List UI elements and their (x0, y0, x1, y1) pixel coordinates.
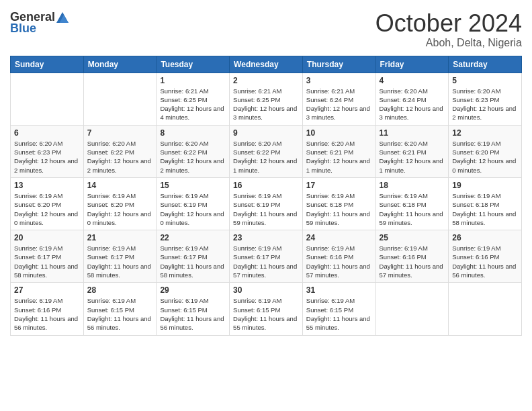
day-number: 12 (452, 128, 518, 138)
day-info: Sunrise: 6:19 AM Sunset: 6:20 PM Dayligh… (452, 139, 518, 175)
calendar-cell: 17Sunrise: 6:19 AM Sunset: 6:18 PM Dayli… (302, 177, 375, 230)
calendar-cell: 3Sunrise: 6:21 AM Sunset: 6:24 PM Daylig… (302, 73, 375, 125)
calendar-cell: 23Sunrise: 6:19 AM Sunset: 6:17 PM Dayli… (230, 230, 303, 283)
calendar-cell: 30Sunrise: 6:19 AM Sunset: 6:15 PM Dayli… (230, 283, 303, 335)
calendar-cell (11, 73, 84, 125)
day-number: 22 (160, 233, 226, 242)
day-number: 29 (160, 285, 226, 295)
calendar-cell: 10Sunrise: 6:20 AM Sunset: 6:21 PM Dayli… (302, 125, 375, 177)
calendar-cell: 26Sunrise: 6:19 AM Sunset: 6:16 PM Dayli… (449, 230, 522, 283)
weekday-header: Wednesday (230, 56, 303, 73)
day-info: Sunrise: 6:19 AM Sunset: 6:15 PM Dayligh… (87, 296, 153, 332)
calendar-cell: 11Sunrise: 6:20 AM Sunset: 6:21 PM Dayli… (375, 125, 449, 177)
day-info: Sunrise: 6:21 AM Sunset: 6:24 PM Dayligh… (306, 87, 372, 122)
day-info: Sunrise: 6:20 AM Sunset: 6:24 PM Dayligh… (380, 87, 445, 122)
day-info: Sunrise: 6:20 AM Sunset: 6:22 PM Dayligh… (233, 139, 299, 175)
day-number: 20 (14, 233, 80, 242)
day-number: 24 (306, 233, 372, 242)
day-number: 25 (380, 233, 445, 242)
calendar-cell: 5Sunrise: 6:20 AM Sunset: 6:23 PM Daylig… (449, 73, 522, 125)
day-number: 19 (452, 181, 518, 190)
weekday-header: Thursday (302, 56, 375, 73)
calendar-cell: 28Sunrise: 6:19 AM Sunset: 6:15 PM Dayli… (83, 283, 157, 335)
calendar-week-row: 13Sunrise: 6:19 AM Sunset: 6:20 PM Dayli… (11, 177, 522, 230)
calendar-cell: 18Sunrise: 6:19 AM Sunset: 6:18 PM Dayli… (375, 177, 449, 230)
calendar-header-row: SundayMondayTuesdayWednesdayThursdayFrid… (11, 56, 522, 73)
day-number: 27 (14, 285, 80, 295)
calendar-week-row: 1Sunrise: 6:21 AM Sunset: 6:25 PM Daylig… (11, 73, 522, 125)
day-info: Sunrise: 6:19 AM Sunset: 6:17 PM Dayligh… (14, 244, 80, 279)
day-number: 7 (87, 128, 153, 138)
day-number: 5 (452, 76, 518, 85)
day-info: Sunrise: 6:19 AM Sunset: 6:20 PM Dayligh… (87, 191, 153, 227)
calendar-cell: 6Sunrise: 6:20 AM Sunset: 6:23 PM Daylig… (11, 125, 84, 177)
day-number: 21 (87, 233, 153, 242)
calendar-cell: 1Sunrise: 6:21 AM Sunset: 6:25 PM Daylig… (157, 73, 230, 125)
day-info: Sunrise: 6:19 AM Sunset: 6:18 PM Dayligh… (452, 191, 518, 227)
day-number: 6 (14, 128, 80, 138)
day-number: 18 (380, 181, 445, 190)
day-info: Sunrise: 6:21 AM Sunset: 6:25 PM Dayligh… (233, 87, 299, 122)
day-info: Sunrise: 6:19 AM Sunset: 6:15 PM Dayligh… (233, 296, 299, 332)
calendar-cell: 15Sunrise: 6:19 AM Sunset: 6:19 PM Dayli… (157, 177, 230, 230)
header: General Blue October 2024 Aboh, Delta, N… (10, 10, 522, 49)
day-info: Sunrise: 6:19 AM Sunset: 6:16 PM Dayligh… (452, 244, 518, 279)
calendar-cell: 12Sunrise: 6:19 AM Sunset: 6:20 PM Dayli… (449, 125, 522, 177)
calendar-table: SundayMondayTuesdayWednesdayThursdayFrid… (10, 56, 522, 336)
day-number: 3 (306, 76, 372, 85)
calendar-cell: 2Sunrise: 6:21 AM Sunset: 6:25 PM Daylig… (230, 73, 303, 125)
day-info: Sunrise: 6:20 AM Sunset: 6:22 PM Dayligh… (87, 139, 153, 175)
day-info: Sunrise: 6:21 AM Sunset: 6:25 PM Dayligh… (160, 87, 226, 122)
weekday-header: Saturday (449, 56, 522, 73)
title-month: October 2024 (375, 10, 522, 37)
day-info: Sunrise: 6:19 AM Sunset: 6:16 PM Dayligh… (380, 244, 445, 279)
day-info: Sunrise: 6:19 AM Sunset: 6:15 PM Dayligh… (306, 296, 372, 332)
calendar-cell: 8Sunrise: 6:20 AM Sunset: 6:22 PM Daylig… (157, 125, 230, 177)
day-number: 8 (160, 128, 226, 138)
day-info: Sunrise: 6:20 AM Sunset: 6:23 PM Dayligh… (14, 139, 80, 175)
day-info: Sunrise: 6:19 AM Sunset: 6:17 PM Dayligh… (87, 244, 153, 279)
calendar-cell (449, 283, 522, 335)
day-number: 15 (160, 181, 226, 190)
page: General Blue October 2024 Aboh, Delta, N… (0, 0, 532, 411)
day-number: 2 (233, 76, 299, 85)
calendar-cell: 24Sunrise: 6:19 AM Sunset: 6:16 PM Dayli… (302, 230, 375, 283)
calendar-cell: 9Sunrise: 6:20 AM Sunset: 6:22 PM Daylig… (230, 125, 303, 177)
logo-icon (56, 11, 69, 24)
day-number: 9 (233, 128, 299, 138)
day-info: Sunrise: 6:19 AM Sunset: 6:17 PM Dayligh… (233, 244, 299, 279)
day-number: 10 (306, 128, 372, 138)
day-number: 1 (160, 76, 226, 85)
day-info: Sunrise: 6:20 AM Sunset: 6:21 PM Dayligh… (306, 139, 372, 175)
calendar-cell: 20Sunrise: 6:19 AM Sunset: 6:17 PM Dayli… (11, 230, 84, 283)
day-number: 26 (452, 233, 518, 242)
calendar-cell: 16Sunrise: 6:19 AM Sunset: 6:19 PM Dayli… (230, 177, 303, 230)
logo-blue: Blue (10, 21, 36, 36)
calendar-cell (375, 283, 449, 335)
calendar-cell: 14Sunrise: 6:19 AM Sunset: 6:20 PM Dayli… (83, 177, 157, 230)
day-number: 28 (87, 285, 153, 295)
calendar-week-row: 20Sunrise: 6:19 AM Sunset: 6:17 PM Dayli… (11, 230, 522, 283)
day-info: Sunrise: 6:19 AM Sunset: 6:16 PM Dayligh… (14, 296, 80, 332)
day-info: Sunrise: 6:20 AM Sunset: 6:21 PM Dayligh… (380, 139, 445, 175)
day-number: 4 (380, 76, 445, 85)
calendar-week-row: 27Sunrise: 6:19 AM Sunset: 6:16 PM Dayli… (11, 283, 522, 335)
day-number: 13 (14, 181, 80, 190)
day-number: 23 (233, 233, 299, 242)
day-info: Sunrise: 6:19 AM Sunset: 6:15 PM Dayligh… (160, 296, 226, 332)
day-number: 31 (306, 285, 372, 295)
day-info: Sunrise: 6:19 AM Sunset: 6:18 PM Dayligh… (306, 191, 372, 227)
day-info: Sunrise: 6:19 AM Sunset: 6:19 PM Dayligh… (160, 191, 226, 227)
calendar-cell: 22Sunrise: 6:19 AM Sunset: 6:17 PM Dayli… (157, 230, 230, 283)
day-info: Sunrise: 6:19 AM Sunset: 6:19 PM Dayligh… (233, 191, 299, 227)
day-info: Sunrise: 6:20 AM Sunset: 6:23 PM Dayligh… (452, 87, 518, 122)
weekday-header: Friday (375, 56, 449, 73)
day-number: 16 (233, 181, 299, 190)
day-info: Sunrise: 6:19 AM Sunset: 6:17 PM Dayligh… (160, 244, 226, 279)
day-number: 14 (87, 181, 153, 190)
title-location: Aboh, Delta, Nigeria (375, 37, 522, 49)
calendar-cell: 19Sunrise: 6:19 AM Sunset: 6:18 PM Dayli… (449, 177, 522, 230)
title-area: October 2024 Aboh, Delta, Nigeria (375, 10, 522, 49)
calendar-cell: 25Sunrise: 6:19 AM Sunset: 6:16 PM Dayli… (375, 230, 449, 283)
calendar-week-row: 6Sunrise: 6:20 AM Sunset: 6:23 PM Daylig… (11, 125, 522, 177)
